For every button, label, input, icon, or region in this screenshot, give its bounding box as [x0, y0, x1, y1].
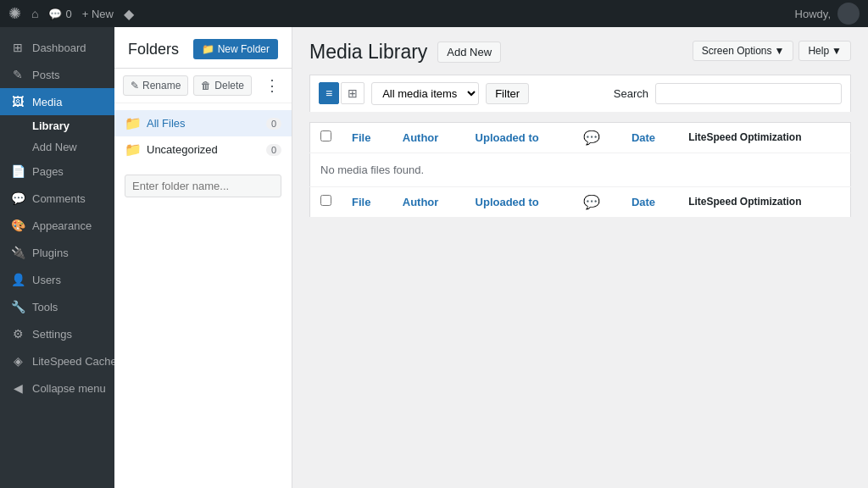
sidebar-item-litespeed[interactable]: ◈ LiteSpeed Cache — [0, 347, 114, 374]
table-footer-header-row: File Author Uploaded to 💬 Date — [310, 187, 851, 218]
more-options-button[interactable]: ⋮ — [261, 76, 283, 95]
rename-icon: ✎ — [131, 80, 139, 92]
litespeed-icon: ◈ — [10, 354, 25, 368]
file-sort-link[interactable]: File — [352, 131, 370, 144]
home-icon[interactable]: ⌂ — [31, 7, 38, 20]
media-submenu: Library Add New — [0, 115, 114, 158]
submenu-add-new[interactable]: Add New — [32, 136, 114, 158]
media-table-container: ≡ ⊞ All media items Filter Search — [309, 75, 851, 218]
col-litespeed-footer: LiteSpeed Optimization — [678, 187, 850, 218]
help-arrow-icon: ▼ — [832, 45, 842, 57]
col-author-footer: Author — [392, 187, 465, 218]
list-view-button[interactable]: ≡ — [319, 82, 339, 104]
uploaded-sort-link-footer[interactable]: Uploaded to — [476, 196, 539, 208]
no-items-message: No media files found. — [310, 152, 851, 186]
sidebar-item-dashboard[interactable]: ⊞ Dashboard — [0, 34, 114, 61]
folder-toolbar: ✎ Rename 🗑 Delete ⋮ — [114, 69, 292, 103]
tools-icon: 🔧 — [10, 300, 25, 313]
wp-logo-icon[interactable]: ✺ — [8, 4, 21, 23]
delete-button[interactable]: 🗑 Delete — [193, 75, 252, 96]
sidebar-item-label: Dashboard — [32, 42, 86, 54]
select-all-footer-checkbox[interactable] — [320, 195, 331, 206]
media-table-footer: File Author Uploaded to 💬 Date — [309, 187, 851, 218]
sidebar-item-plugins[interactable]: 🔌 Plugins — [0, 239, 114, 266]
sidebar-item-users[interactable]: 👤 Users — [0, 266, 114, 293]
sidebar-item-tools[interactable]: 🔧 Tools — [0, 293, 114, 320]
posts-icon: ✎ — [10, 68, 25, 81]
page-title: Media Library — [309, 41, 427, 64]
col-author-header: Author — [392, 122, 465, 152]
view-toggle: ≡ ⊞ — [319, 82, 364, 104]
col-file-footer: File — [342, 187, 392, 218]
sidebar-item-label: Plugins — [32, 247, 69, 259]
uploaded-sort-link[interactable]: Uploaded to — [476, 131, 539, 144]
folder-name-input[interactable] — [125, 175, 281, 197]
folder-item-uncategorized[interactable]: 📁 Uncategorized 0 — [114, 136, 292, 163]
grid-view-button[interactable]: ⊞ — [341, 82, 364, 104]
updates-icon[interactable]: ◆ — [124, 6, 134, 22]
comments-count[interactable]: 💬 0 — [48, 8, 71, 20]
dashboard-icon: ⊞ — [10, 41, 25, 54]
folder-all-icon: 📁 — [125, 115, 142, 131]
appearance-icon: 🎨 — [10, 219, 25, 232]
col-file-header: File — [342, 122, 392, 152]
new-folder-button[interactable]: 📁 New Folder — [193, 39, 278, 59]
file-sort-link-footer[interactable]: File — [352, 196, 370, 208]
rename-button[interactable]: ✎ Rename — [123, 75, 188, 96]
folder-uncat-icon: 📁 — [125, 141, 142, 158]
help-button[interactable]: Help ▼ — [798, 41, 851, 61]
admin-bar: ✺ ⌂ 💬 0 + New ◆ Howdy, — [0, 0, 868, 27]
author-sort-link-footer[interactable]: Author — [403, 196, 439, 208]
folder-plus-icon: 📁 — [202, 43, 214, 55]
media-icon: 🖼 — [10, 95, 25, 108]
plugins-icon: 🔌 — [10, 246, 25, 259]
author-sort-link[interactable]: Author — [403, 131, 439, 144]
col-comments-header: 💬 — [573, 122, 621, 152]
content-area: Media Library Add New Screen Options ▼ H… — [292, 27, 868, 488]
folder-panel: Folders 📁 New Folder ✎ Rename 🗑 Delete ⋮… — [114, 27, 292, 488]
comments-icon: 💬 — [10, 191, 25, 205]
filter-row: ≡ ⊞ All media items Filter Search — [309, 75, 851, 112]
search-input[interactable] — [655, 83, 842, 104]
new-button[interactable]: + New — [82, 8, 114, 20]
sidebar-item-label: Settings — [32, 328, 72, 341]
screen-options-button[interactable]: Screen Options ▼ — [693, 41, 794, 61]
date-sort-link-footer[interactable]: Date — [632, 196, 655, 208]
comments-column-footer-icon: 💬 — [583, 195, 600, 209]
collapse-icon: ◀ — [10, 381, 25, 395]
avatar[interactable] — [837, 3, 860, 25]
trash-icon: 🗑 — [201, 80, 211, 92]
filter-button[interactable]: Filter — [486, 83, 529, 104]
folder-panel-title: Folders — [128, 41, 179, 58]
folder-input-row — [114, 169, 292, 202]
sidebar-item-appearance[interactable]: 🎨 Appearance — [0, 212, 114, 239]
comments-column-icon: 💬 — [583, 130, 600, 145]
sidebar-item-posts[interactable]: ✎ Posts — [0, 61, 114, 88]
sidebar-item-collapse[interactable]: ◀ Collapse menu — [0, 374, 114, 402]
select-all-checkbox[interactable] — [320, 130, 331, 141]
submenu-library[interactable]: Library — [32, 115, 114, 136]
date-sort-link[interactable]: Date — [632, 131, 655, 144]
sidebar-item-settings[interactable]: ⚙ Settings — [0, 320, 114, 347]
sidebar-item-comments[interactable]: 💬 Comments — [0, 185, 114, 212]
add-new-button[interactable]: Add New — [437, 42, 501, 63]
media-type-filter[interactable]: All media items — [371, 82, 479, 105]
sidebar-item-label: Pages — [32, 165, 64, 178]
folder-list: 📁 All Files 0 📁 Uncategorized 0 — [114, 103, 292, 169]
col-checkbox-header — [310, 122, 342, 152]
sidebar-item-label: Posts — [32, 69, 60, 81]
sidebar-item-label: Collapse menu — [32, 382, 106, 395]
sidebar-item-label: Media — [32, 96, 62, 108]
howdy-label: Howdy, — [795, 8, 831, 20]
pages-icon: 📄 — [10, 164, 25, 178]
table-header-row: File Author Uploaded to 💬 Date — [310, 122, 851, 152]
sidebar-item-media[interactable]: 🖼 Media — [0, 88, 114, 115]
folder-item-all-files[interactable]: 📁 All Files 0 — [114, 110, 292, 136]
folder-header: Folders 📁 New Folder — [114, 27, 292, 69]
sidebar-item-pages[interactable]: 📄 Pages — [0, 158, 114, 185]
col-comments-footer: 💬 — [573, 187, 621, 218]
sidebar-item-label: Tools — [32, 301, 58, 313]
sidebar-item-label: LiteSpeed Cache — [32, 355, 114, 368]
col-date-header: Date — [621, 122, 678, 152]
content-title-area: Media Library Add New — [309, 41, 501, 64]
